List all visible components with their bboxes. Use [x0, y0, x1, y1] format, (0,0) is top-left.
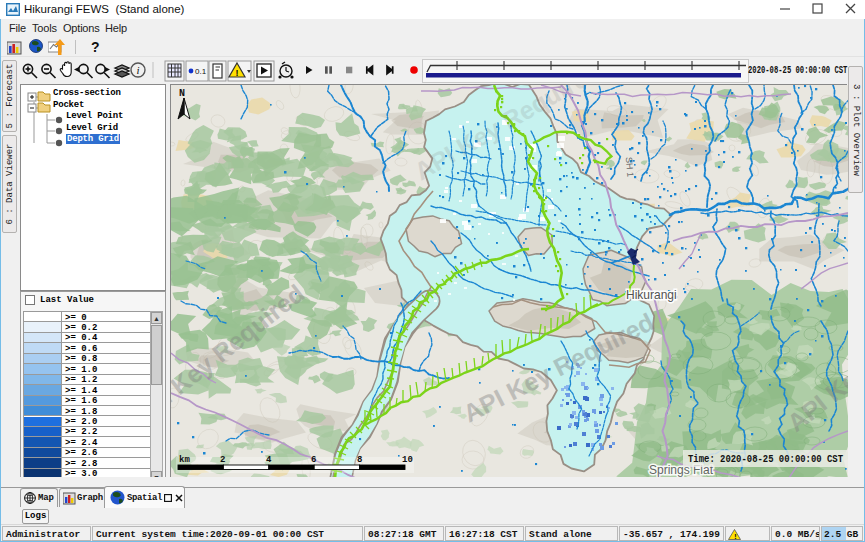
svg-text:8: 8 — [357, 455, 362, 465]
svg-text:!: ! — [236, 68, 239, 78]
svg-text:SH 1: SH 1 — [624, 157, 636, 178]
svg-text:i: i — [137, 64, 140, 76]
svg-text:N: N — [179, 88, 185, 99]
svg-text:Hikurangi: Hikurangi — [626, 288, 677, 302]
svg-text:6: 6 — [311, 455, 316, 465]
svg-text:4: 4 — [266, 455, 272, 465]
svg-text:!: ! — [733, 532, 738, 541]
svg-text:2: 2 — [220, 455, 225, 465]
svg-text:0.1: 0.1 — [195, 67, 207, 76]
svg-text:km: km — [179, 455, 190, 465]
svg-text:Time: 2020-08-25 00:00:00 CST: Time: 2020-08-25 00:00:00 CST — [688, 454, 843, 465]
svg-text:10: 10 — [402, 455, 413, 465]
